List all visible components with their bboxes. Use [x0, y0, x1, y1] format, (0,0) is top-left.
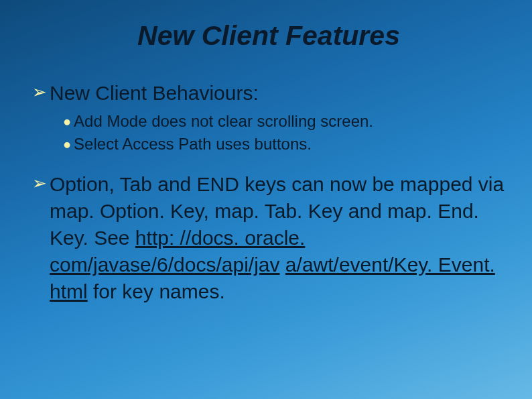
bullet-item-1: ➢ New Client Behaviours:	[32, 80, 505, 107]
bullet-1-text: New Client Behaviours:	[50, 80, 259, 107]
sub-bullet-2-text: Select Access Path uses buttons.	[74, 133, 312, 155]
sub-bullet-1-text: Add Mode does not clear scrolling screen…	[74, 111, 373, 132]
bullet-2-part2: for key names.	[88, 280, 225, 302]
bullet-item-2: ➢ Option, Tab and END keys can now be ma…	[32, 171, 505, 305]
arrow-bullet-icon: ➢	[32, 80, 47, 104]
sub-bullet-2: ● Select Access Path uses buttons.	[63, 133, 505, 155]
sub-bullet-1: ● Add Mode does not clear scrolling scre…	[63, 111, 505, 132]
slide-title: New Client Features	[32, 20, 505, 52]
slide-container: New Client Features ➢ New Client Behavio…	[0, 0, 532, 336]
dot-bullet-icon: ●	[63, 133, 71, 155]
sub-bullet-list: ● Add Mode does not clear scrolling scre…	[63, 111, 505, 155]
arrow-bullet-icon: ➢	[32, 171, 47, 195]
bullet-2-text: Option, Tab and END keys can now be mapp…	[50, 171, 505, 305]
dot-bullet-icon: ●	[63, 111, 71, 132]
